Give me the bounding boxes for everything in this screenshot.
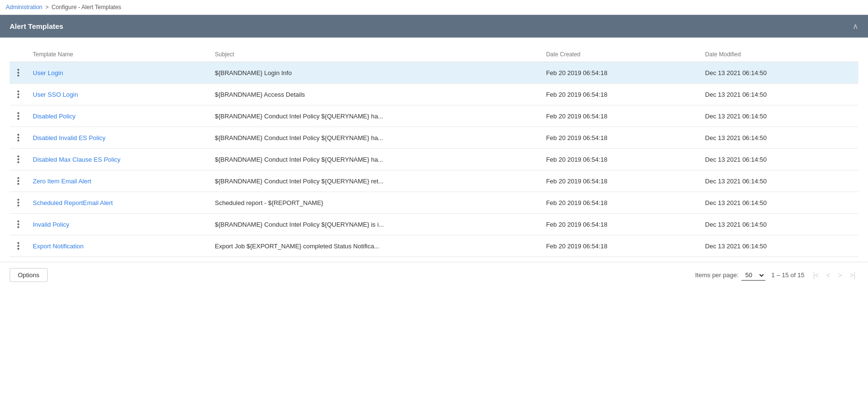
row-menu-button[interactable] xyxy=(15,198,21,207)
breadcrumb-current: Configure - Alert Templates xyxy=(52,4,121,11)
template-name-cell[interactable]: User Login xyxy=(27,62,209,84)
table-row: Invalid Policy${BRANDNAME} Conduct Intel… xyxy=(10,214,858,235)
page-title: Alert Templates xyxy=(10,22,63,30)
subject-cell: ${BRANDNAME} Conduct Intel Policy ${QUER… xyxy=(209,149,540,170)
subject-cell: ${BRANDNAME} Access Details xyxy=(209,84,540,105)
row-menu-cell xyxy=(10,214,27,235)
row-menu-cell xyxy=(10,235,27,257)
template-name-cell[interactable]: Disabled Policy xyxy=(27,105,209,127)
table-row: Disabled Invalid ES Policy${BRANDNAME} C… xyxy=(10,127,858,149)
date-modified-cell: Dec 13 2021 06:14:50 xyxy=(699,192,858,214)
template-name-cell[interactable]: Zero Item Email Alert xyxy=(27,170,209,192)
alert-templates-table: Template Name Subject Date Created Date … xyxy=(10,47,858,257)
date-modified-cell: Dec 13 2021 06:14:50 xyxy=(699,214,858,235)
date-created-cell: Feb 20 2019 06:54:18 xyxy=(540,84,699,105)
date-created-cell: Feb 20 2019 06:54:18 xyxy=(540,127,699,149)
col-header-template-name: Template Name xyxy=(27,47,209,62)
template-name-cell[interactable]: Scheduled ReportEmail Alert xyxy=(27,192,209,214)
main-content: Template Name Subject Date Created Date … xyxy=(0,38,868,262)
row-menu-cell xyxy=(10,192,27,214)
row-menu-cell xyxy=(10,62,27,84)
table-row: User SSO Login${BRANDNAME} Access Detail… xyxy=(10,84,858,105)
date-modified-cell: Dec 13 2021 06:14:50 xyxy=(699,235,858,257)
date-modified-cell: Dec 13 2021 06:14:50 xyxy=(699,127,858,149)
date-created-cell: Feb 20 2019 06:54:18 xyxy=(540,192,699,214)
date-modified-cell: Dec 13 2021 06:14:50 xyxy=(699,149,858,170)
page-info: 1 – 15 of 15 xyxy=(771,271,804,279)
subject-cell: ${BRANDNAME} Conduct Intel Policy ${QUER… xyxy=(209,127,540,149)
row-menu-cell xyxy=(10,105,27,127)
pagination-area: Items per page: 50 25 100 1 – 15 of 15 |… xyxy=(695,270,858,281)
subject-cell: Export Job ${EXPORT_NAME} completed Stat… xyxy=(209,235,540,257)
options-button[interactable]: Options xyxy=(10,268,48,282)
date-modified-cell: Dec 13 2021 06:14:50 xyxy=(699,170,858,192)
breadcrumb-separator: > xyxy=(45,4,49,11)
table-header: Template Name Subject Date Created Date … xyxy=(10,47,858,62)
subject-cell: ${BRANDNAME} Conduct Intel Policy ${QUER… xyxy=(209,105,540,127)
col-header-menu xyxy=(10,47,27,62)
row-menu-cell xyxy=(10,127,27,149)
date-created-cell: Feb 20 2019 06:54:18 xyxy=(540,214,699,235)
date-modified-cell: Dec 13 2021 06:14:50 xyxy=(699,84,858,105)
subject-cell: ${BRANDNAME} Conduct Intel Policy ${QUER… xyxy=(209,170,540,192)
table-row: Disabled Max Clause ES Policy${BRANDNAME… xyxy=(10,149,858,170)
row-menu-cell xyxy=(10,84,27,105)
row-menu-button[interactable] xyxy=(15,176,21,186)
row-menu-cell xyxy=(10,170,27,192)
footer: Options Items per page: 50 25 100 1 – 15… xyxy=(0,262,868,288)
row-menu-cell xyxy=(10,149,27,170)
items-per-page-select[interactable]: 50 25 100 xyxy=(741,270,765,281)
subject-cell: ${BRANDNAME} Login Info xyxy=(209,62,540,84)
date-created-cell: Feb 20 2019 06:54:18 xyxy=(540,170,699,192)
row-menu-button[interactable] xyxy=(15,90,21,99)
table-row: Export NotificationExport Job ${EXPORT_N… xyxy=(10,235,858,257)
col-header-date-created: Date Created xyxy=(540,47,699,62)
page-header: Alert Templates ∧ xyxy=(0,15,868,38)
template-name-cell[interactable]: Disabled Invalid ES Policy xyxy=(27,127,209,149)
subject-cell: Scheduled report - ${REPORT_NAME} xyxy=(209,192,540,214)
breadcrumb-link-administration[interactable]: Administration xyxy=(6,4,42,11)
template-name-cell[interactable]: Export Notification xyxy=(27,235,209,257)
date-created-cell: Feb 20 2019 06:54:18 xyxy=(540,235,699,257)
last-page-button[interactable]: >| xyxy=(847,270,858,281)
row-menu-button[interactable] xyxy=(15,111,21,121)
table-row: Disabled Policy${BRANDNAME} Conduct Inte… xyxy=(10,105,858,127)
table-body: User Login${BRANDNAME} Login InfoFeb 20 … xyxy=(10,62,858,257)
date-created-cell: Feb 20 2019 06:54:18 xyxy=(540,62,699,84)
date-modified-cell: Dec 13 2021 06:14:50 xyxy=(699,62,858,84)
col-header-subject: Subject xyxy=(209,47,540,62)
date-created-cell: Feb 20 2019 06:54:18 xyxy=(540,149,699,170)
collapse-icon[interactable]: ∧ xyxy=(853,22,858,31)
template-name-cell[interactable]: Disabled Max Clause ES Policy xyxy=(27,149,209,170)
pagination-buttons: |< < > >| xyxy=(810,270,858,281)
subject-cell: ${BRANDNAME} Conduct Intel Policy ${QUER… xyxy=(209,214,540,235)
items-per-page: Items per page: 50 25 100 xyxy=(695,270,765,281)
table-row: Zero Item Email Alert${BRANDNAME} Conduc… xyxy=(10,170,858,192)
row-menu-button[interactable] xyxy=(15,133,21,142)
row-menu-button[interactable] xyxy=(15,154,21,164)
row-menu-button[interactable] xyxy=(15,68,21,77)
prev-page-button[interactable]: < xyxy=(824,270,833,281)
template-name-cell[interactable]: User SSO Login xyxy=(27,84,209,105)
col-header-date-modified: Date Modified xyxy=(699,47,858,62)
date-modified-cell: Dec 13 2021 06:14:50 xyxy=(699,105,858,127)
table-wrapper: Template Name Subject Date Created Date … xyxy=(10,47,858,257)
date-created-cell: Feb 20 2019 06:54:18 xyxy=(540,105,699,127)
next-page-button[interactable]: > xyxy=(835,270,845,281)
row-menu-button[interactable] xyxy=(15,241,21,251)
template-name-cell[interactable]: Invalid Policy xyxy=(27,214,209,235)
row-menu-button[interactable] xyxy=(15,219,21,229)
items-per-page-label: Items per page: xyxy=(695,271,738,279)
table-row: User Login${BRANDNAME} Login InfoFeb 20 … xyxy=(10,62,858,84)
breadcrumb: Administration > Configure - Alert Templ… xyxy=(0,0,868,15)
first-page-button[interactable]: |< xyxy=(810,270,822,281)
table-row: Scheduled ReportEmail AlertScheduled rep… xyxy=(10,192,858,214)
